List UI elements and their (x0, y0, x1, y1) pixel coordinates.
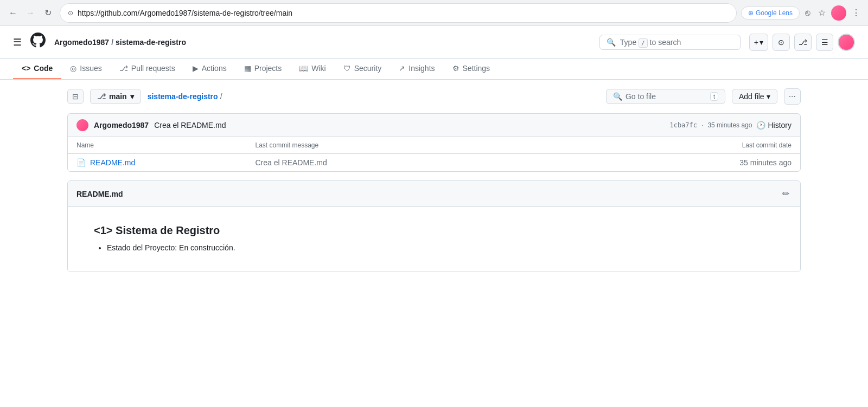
repo-nav-tabs: <> Code ◎ Issues ⎇ Pull requests ▶ Actio… (0, 59, 868, 80)
bookmark-icon[interactable]: ☆ (816, 5, 828, 20)
security-tab-label: Security (354, 64, 382, 73)
inbox-icon-btn[interactable]: ☰ (816, 34, 833, 51)
tab-issues[interactable]: ◎ Issues (61, 59, 110, 79)
breadcrumb-separator: / (111, 38, 113, 47)
header-action-icons: + ▾ ⊙ ⎇ ☰ (749, 34, 855, 51)
panel-toggle-button[interactable]: ⊟ (67, 89, 84, 104)
tab-wiki[interactable]: 📖 Wiki (290, 59, 334, 79)
col-commit-date: Last commit date (613, 141, 792, 149)
go-to-file-icon: 🔍 (613, 92, 622, 101)
forward-button[interactable]: → (23, 5, 38, 21)
history-label: History (768, 121, 792, 130)
github-header: ☰ Argomedo1987 / sistema-de-registro 🔍 T… (0, 26, 868, 59)
google-lens-button[interactable]: ⊕ Google Lens (741, 7, 800, 20)
settings-tab-icon: ⚙ (452, 64, 459, 73)
search-icon: 🔍 (607, 38, 616, 47)
clock-icon: 🕐 (756, 121, 765, 130)
file-commit-message: Crea el README.md (256, 158, 613, 167)
readme-edit-button[interactable]: ✏ (780, 186, 792, 201)
file-link-readme[interactable]: README.md (90, 158, 135, 167)
commit-separator: · (701, 121, 703, 129)
file-name-cell: 📄 README.md (76, 158, 256, 167)
readme-body: <1> Sistema de Registro Estado del Proye… (68, 207, 800, 272)
commit-hash[interactable]: 1cba7fc (669, 121, 697, 129)
tab-insights[interactable]: ↗ Insights (390, 59, 443, 79)
global-search[interactable]: 🔍 Type / to search (599, 35, 741, 50)
menu-icon[interactable]: ⋮ (850, 5, 863, 20)
go-to-file-kbd: t (710, 92, 718, 101)
commit-message-text: Crea el README.md (154, 121, 226, 130)
add-file-button[interactable]: Add file ▾ (732, 89, 777, 104)
wiki-tab-label: Wiki (311, 64, 326, 73)
back-button[interactable]: ← (5, 5, 21, 21)
readme-heading: <1> Sistema de Registro (94, 224, 774, 237)
file-path-breadcrumb: sistema-de-registro / (148, 92, 222, 101)
readme-title: README.md (76, 190, 123, 198)
col-commit-message: Last commit message (256, 141, 613, 149)
browser-right-icons: ⊕ Google Lens ⎋ ☆ ⋮ (741, 5, 863, 21)
address-bar[interactable]: ⊙ https://github.com/Argomedo1987/sistem… (60, 3, 737, 23)
settings-tab-label: Settings (463, 64, 490, 73)
security-tab-icon: 🛡 (343, 64, 351, 73)
pencil-icon: ✏ (782, 189, 789, 198)
tab-settings[interactable]: ⚙ Settings (444, 59, 499, 79)
tab-code[interactable]: <> Code (13, 59, 61, 79)
browser-nav-buttons: ← → ↻ (5, 5, 55, 21)
go-to-file-button[interactable]: 🔍 Go to file t (606, 89, 725, 104)
pull-requests-icon-btn[interactable]: ⎇ (794, 34, 812, 51)
user-avatar[interactable] (831, 5, 846, 21)
wiki-tab-icon: 📖 (299, 64, 308, 73)
github-logo[interactable] (30, 33, 46, 51)
main-content: ⊟ ⎇ main ▾ sistema-de-registro / 🔍 Go to… (54, 80, 814, 281)
file-tree-header: ⊟ ⎇ main ▾ sistema-de-registro / 🔍 Go to… (67, 88, 801, 105)
branch-icon: ⎇ (97, 92, 106, 101)
branch-name: main (109, 92, 127, 101)
branch-dropdown-icon: ▾ (130, 92, 134, 101)
tab-projects[interactable]: ▦ Projects (235, 59, 291, 79)
file-path-repo-link[interactable]: sistema-de-registro (148, 92, 218, 101)
share-icon[interactable]: ⎋ (803, 6, 813, 20)
commit-bar: Argomedo1987 Crea el README.md 1cba7fc ·… (67, 113, 801, 137)
file-commit-date: 35 minutes ago (613, 158, 792, 167)
go-to-file-label: Go to file (626, 92, 656, 101)
tab-security[interactable]: 🛡 Security (335, 59, 391, 79)
commit-time-ago: 35 minutes ago (707, 121, 752, 129)
insights-tab-icon: ↗ (399, 64, 405, 73)
file-table: Name Last commit message Last commit dat… (67, 137, 801, 172)
tab-actions[interactable]: ▶ Actions (184, 59, 235, 79)
table-row: 📄 README.md Crea el README.md 35 minutes… (68, 154, 800, 171)
user-avatar-btn[interactable] (838, 34, 855, 51)
tab-pull-requests[interactable]: ⎇ Pull requests (111, 59, 184, 79)
hamburger-menu[interactable]: ☰ (13, 36, 22, 48)
commit-author-name[interactable]: Argomedo1987 (94, 121, 149, 130)
readme-list: Estado del Proyecto: En construcción. (107, 243, 774, 252)
projects-tab-label: Projects (254, 64, 282, 73)
col-name: Name (76, 141, 256, 149)
repo-name[interactable]: sistema-de-registro (116, 38, 186, 47)
actions-tab-label: Actions (202, 64, 227, 73)
file-icon: 📄 (76, 158, 86, 167)
file-path-separator: / (220, 92, 222, 101)
issues-tab-label: Issues (80, 64, 101, 73)
repo-owner[interactable]: Argomedo1987 (54, 38, 109, 47)
add-file-label: Add file (739, 92, 764, 101)
more-options-button[interactable]: ··· (784, 88, 801, 105)
create-new-button[interactable]: + ▾ (749, 34, 768, 51)
dropdown-arrow: ▾ (760, 38, 763, 47)
file-table-header: Name Last commit message Last commit dat… (68, 137, 800, 154)
search-placeholder: Type / to search (620, 38, 733, 47)
list-item: Estado del Proyecto: En construcción. (107, 243, 774, 252)
history-button[interactable]: 🕐 History (756, 121, 792, 130)
issues-icon-btn[interactable]: ⊙ (773, 34, 790, 51)
add-file-dropdown-icon: ▾ (767, 92, 770, 101)
commit-meta: 1cba7fc · 35 minutes ago 🕐 History (669, 121, 792, 130)
browser-chrome: ← → ↻ ⊙ https://github.com/Argomedo1987/… (0, 0, 868, 26)
plus-icon: + (754, 38, 758, 47)
actions-tab-icon: ▶ (193, 64, 199, 73)
code-tab-label: Code (34, 64, 53, 73)
secure-icon: ⊙ (68, 9, 73, 17)
code-tab-icon: <> (22, 64, 30, 73)
branch-selector[interactable]: ⎇ main ▾ (90, 89, 141, 104)
readme-section: README.md ✏ <1> Sistema de Registro Esta… (67, 180, 801, 272)
reload-button[interactable]: ↻ (40, 5, 55, 21)
